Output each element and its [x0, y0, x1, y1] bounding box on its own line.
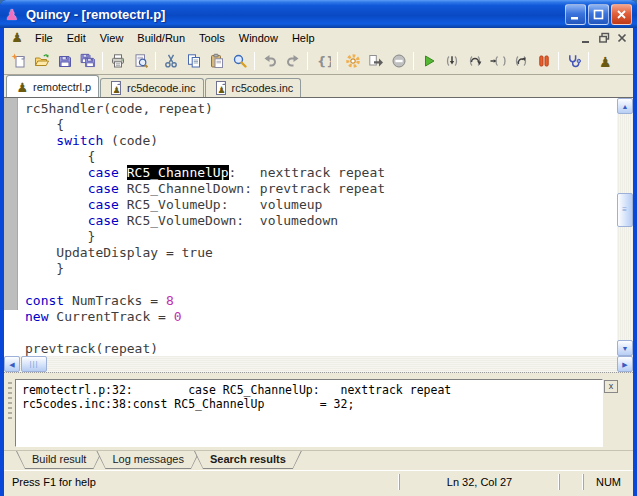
output-line[interactable]: remotectrl.p:32: case RC5_ChannelUp: nex… [22, 383, 596, 397]
toolbar-separator [155, 52, 156, 70]
step-over-icon [467, 53, 483, 69]
code-line: } [25, 261, 385, 277]
open-file-button[interactable] [30, 50, 53, 73]
build-icon [345, 53, 361, 69]
build-button[interactable] [341, 50, 364, 73]
editor-tab-remotectrl-p[interactable]: ♟remotectrl.p [6, 75, 99, 97]
cut-button[interactable] [159, 50, 182, 73]
selected-text: RC5_ChannelUp [127, 165, 229, 180]
stop-build-icon [391, 53, 407, 69]
menu-item-file[interactable]: File [28, 30, 60, 46]
run-button[interactable] [417, 50, 440, 73]
transfer-button[interactable] [364, 50, 387, 73]
scroll-right-button[interactable]: ▶ [617, 356, 633, 372]
run-to-cursor-button[interactable] [509, 50, 532, 73]
copy-icon [186, 53, 202, 69]
redo-button[interactable] [281, 50, 304, 73]
transfer-icon [368, 53, 384, 69]
redo-icon [285, 53, 301, 69]
step-into-button[interactable] [440, 50, 463, 73]
menu-item-window[interactable]: Window [232, 30, 285, 46]
step-over-button[interactable] [463, 50, 486, 73]
menu-item-tools[interactable]: Tools [192, 30, 232, 46]
menu-bar: ♟ FileEditViewBuild/RunToolsWindowHelp [4, 28, 633, 48]
mdi-minimize-button[interactable] [577, 31, 594, 46]
stop-build-button[interactable] [387, 50, 410, 73]
breakpoint-gutter[interactable] [4, 98, 18, 310]
cut-icon [163, 53, 179, 69]
code-line: new CurrentTrack = 0 [25, 309, 385, 325]
bottom-tab-log-messages[interactable]: Log messages [96, 451, 200, 469]
svg-text:{}: {} [317, 54, 331, 69]
paste-button[interactable] [205, 50, 228, 73]
output-line[interactable]: rc5codes.inc:38:const RC5_ChannelUp = 32… [22, 397, 596, 411]
menu-item-buildrun[interactable]: Build/Run [130, 30, 192, 46]
editor-tab-rc5decode-inc[interactable]: ♟rc5decode.inc [100, 78, 204, 97]
editor-tab-label: remotectrl.p [33, 81, 91, 93]
step-out-button[interactable] [486, 50, 509, 73]
search-results-list[interactable]: remotectrl.p:32: case RC5_ChannelUp: nex… [15, 379, 603, 447]
scroll-left-button[interactable]: ◀ [4, 356, 20, 372]
save-button[interactable] [53, 50, 76, 73]
app-pawn-icon: ♟ [5, 6, 22, 23]
status-help-text: Press F1 for help [4, 474, 399, 490]
mdi-close-button[interactable] [613, 31, 630, 46]
print-preview-button[interactable] [129, 50, 152, 73]
match-braces-button[interactable]: {} [311, 50, 334, 73]
save-icon [57, 53, 73, 69]
output-close-button[interactable]: x [604, 380, 618, 393]
code-line: switch (code) [25, 133, 385, 149]
panel-grip[interactable] [8, 382, 12, 422]
horizontal-scrollbar[interactable]: ◀ ||| ▶ [4, 356, 633, 372]
step-into-icon [444, 53, 460, 69]
vertical-scrollbar[interactable]: ▲ ≡ ▼ [617, 98, 633, 356]
save-all-icon [80, 53, 96, 69]
scroll-down-button[interactable]: ▼ [617, 340, 633, 356]
undo-button[interactable] [258, 50, 281, 73]
quincy-pawn-icon: ♟ [596, 53, 612, 69]
bottom-tab-search-results[interactable]: Search results [194, 451, 302, 469]
pause-icon [536, 53, 552, 69]
save-all-button[interactable] [76, 50, 99, 73]
pause-button[interactable] [532, 50, 555, 73]
minimize-button[interactable] [565, 4, 586, 25]
pawn-icon: ♟ [14, 79, 30, 95]
open-file-icon [34, 53, 50, 69]
editor-tab-rc5codes-inc[interactable]: ♟rc5codes.inc [205, 78, 302, 97]
toolbar-separator [254, 52, 255, 70]
print-button[interactable] [106, 50, 129, 73]
maximize-button[interactable] [588, 4, 609, 25]
copy-button[interactable] [182, 50, 205, 73]
menu-item-edit[interactable]: Edit [60, 30, 93, 46]
find-button[interactable] [228, 50, 251, 73]
toolbar-separator [558, 52, 559, 70]
status-cursor-position: Ln 32, Col 27 [399, 474, 559, 490]
menu-item-help[interactable]: Help [285, 30, 322, 46]
toolbar-separator [588, 52, 589, 70]
horizontal-scroll-thumb[interactable]: ||| [21, 356, 47, 372]
code-line [25, 325, 385, 341]
code-line: case RC5_VolumeDown: volumedown [25, 213, 385, 229]
paste-icon [209, 53, 225, 69]
code-editor[interactable]: rc5handler(code, repeat) { switch (code)… [4, 98, 617, 356]
quincy-window: ♟ Quincy - [remotectrl.p] ♟ FileEditView… [0, 0, 637, 496]
code-line [25, 277, 385, 293]
menu-item-view[interactable]: View [93, 30, 131, 46]
toolbar-separator [102, 52, 103, 70]
toolbar-separator [307, 52, 308, 70]
code-text[interactable]: rc5handler(code, repeat) { switch (code)… [25, 101, 385, 356]
code-line: rc5handler(code, repeat) [25, 101, 385, 117]
vertical-scroll-thumb[interactable]: ≡ [617, 193, 633, 227]
run-to-cursor-icon [513, 53, 529, 69]
output-panel: remotectrl.p:32: case RC5_ChannelUp: nex… [4, 378, 633, 450]
close-button[interactable] [611, 4, 632, 25]
editor-tab-bar: ♟remotectrl.p♟rc5decode.inc♟rc5codes.inc [4, 75, 633, 97]
quincy-pawn-button[interactable]: ♟ [592, 50, 615, 73]
scroll-up-button[interactable]: ▲ [617, 98, 633, 114]
match-braces-icon: {} [315, 53, 331, 69]
mdi-restore-button[interactable] [595, 31, 612, 46]
bottom-tab-build-result[interactable]: Build result [16, 451, 102, 469]
new-file-button[interactable] [7, 50, 30, 73]
debug-button[interactable] [562, 50, 585, 73]
code-line: { [25, 149, 385, 165]
